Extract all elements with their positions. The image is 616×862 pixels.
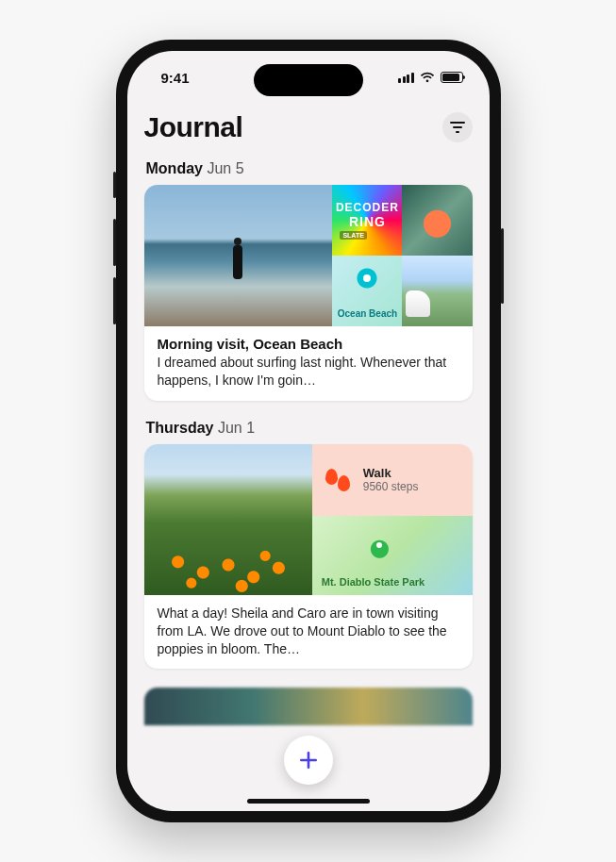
photo-thumbnail[interactable] xyxy=(144,444,312,595)
silence-switch xyxy=(113,172,116,198)
side-button xyxy=(501,228,504,304)
journal-entry-card[interactable]: DECODER RING SLATE Ocean Beach Morning v… xyxy=(144,185,473,401)
activity-thumbnail[interactable]: Walk 9560 steps xyxy=(312,444,473,516)
volume-up-button xyxy=(113,219,116,266)
journal-entry-card[interactable]: Walk 9560 steps Mt. Diablo State Park Wh… xyxy=(144,444,473,670)
device-frame: 9:41 Journal Monday Jun 5 xyxy=(116,40,501,822)
svg-rect-1 xyxy=(453,126,462,128)
day-header: Monday Jun 5 xyxy=(146,160,473,177)
journal-entry-card-peek[interactable] xyxy=(144,688,473,725)
media-mosaic: DECODER RING SLATE Ocean Beach xyxy=(144,185,473,326)
volume-down-button xyxy=(113,277,116,324)
entry-preview-text: I dreamed about surfing last night. When… xyxy=(158,354,459,390)
scroll-content[interactable]: Journal Monday Jun 5 DECODER xyxy=(127,104,490,811)
location-thumbnail[interactable]: Ocean Beach xyxy=(332,256,402,326)
media-mosaic: Walk 9560 steps Mt. Diablo State Park xyxy=(144,444,473,595)
photo-thumbnail[interactable] xyxy=(402,185,472,256)
entry-body: Morning visit, Ocean Beach I dreamed abo… xyxy=(144,326,473,401)
entry-title: Morning visit, Ocean Beach xyxy=(158,336,459,352)
activity-label: Walk xyxy=(363,466,419,480)
status-indicators xyxy=(398,72,463,83)
photo-thumbnail[interactable] xyxy=(144,185,333,326)
battery-icon xyxy=(441,72,463,83)
day-of-week: Monday xyxy=(146,160,203,176)
dynamic-island xyxy=(254,64,363,96)
page-title: Journal xyxy=(144,111,243,143)
photo-thumbnail[interactable] xyxy=(402,256,472,326)
cellular-icon xyxy=(398,73,414,83)
location-label: Mt. Diablo State Park xyxy=(322,576,425,588)
day-of-week: Thursday xyxy=(146,420,214,436)
home-indicator[interactable] xyxy=(247,799,370,804)
activity-detail: 9560 steps xyxy=(363,480,419,493)
photo-subject xyxy=(229,238,246,290)
status-time: 9:41 xyxy=(161,70,190,86)
day-date: Jun 1 xyxy=(218,420,255,436)
activity-text: Walk 9560 steps xyxy=(363,466,419,493)
wifi-icon xyxy=(420,72,435,83)
header: Journal xyxy=(144,111,473,143)
day-header: Thursday Jun 1 xyxy=(146,420,473,437)
filter-icon xyxy=(450,122,465,133)
svg-rect-0 xyxy=(450,122,465,124)
day-date: Jun 5 xyxy=(207,160,243,176)
podcast-thumbnail[interactable]: DECODER RING SLATE xyxy=(332,185,402,256)
svg-rect-2 xyxy=(456,131,459,133)
screen: 9:41 Journal Monday Jun 5 xyxy=(127,51,490,811)
podcast-title-line1: DECODER xyxy=(336,201,399,214)
podcast-title-line2: RING xyxy=(349,214,386,229)
location-label: Ocean Beach xyxy=(338,308,397,319)
location-thumbnail[interactable]: Mt. Diablo State Park xyxy=(312,516,473,595)
entry-preview-text: What a day! Sheila and Caro are in town … xyxy=(144,595,473,670)
svg-rect-4 xyxy=(300,759,317,762)
podcast-publisher: SLATE xyxy=(340,231,366,240)
compose-button[interactable] xyxy=(284,736,333,785)
footsteps-icon xyxy=(324,466,352,494)
plus-icon xyxy=(298,750,319,771)
filter-button[interactable] xyxy=(442,112,473,142)
